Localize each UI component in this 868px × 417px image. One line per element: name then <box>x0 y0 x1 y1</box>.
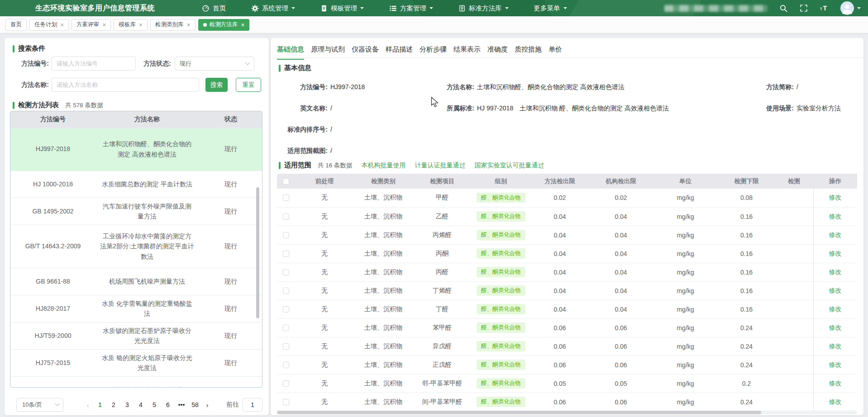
row-checkbox[interactable] <box>283 213 289 220</box>
tab-2[interactable]: 方案评审× <box>72 19 111 31</box>
close-icon[interactable]: × <box>241 22 244 28</box>
user-avatar[interactable] <box>840 1 861 15</box>
detail-tab-原理与试剂[interactable]: 原理与试剂 <box>311 45 345 60</box>
tab-1[interactable]: 任务计划× <box>29 19 69 31</box>
scope-row[interactable]: 无土壤、沉积物正戊醛醛、酮类化合物0.060.06mg/kg0.24修改 <box>277 355 857 374</box>
page-number[interactable]: 5 <box>149 401 160 408</box>
prev-page-button[interactable]: ‹ <box>82 401 93 409</box>
detail-tab-质控措施[interactable]: 质控措施 <box>515 45 542 60</box>
list-scrollbar-thumb[interactable] <box>256 187 259 318</box>
close-icon[interactable]: × <box>102 22 106 28</box>
scope-row[interactable]: 无土壤、沉积物苯甲醛醛、酮类化合物0.060.06mg/kg0.24修改 <box>277 318 857 337</box>
nav-menu-system[interactable]: 系统管理 <box>251 4 295 13</box>
edit-link[interactable]: 修改 <box>829 250 842 257</box>
detail-tab-结果表示[interactable]: 结果表示 <box>453 45 481 60</box>
row-checkbox[interactable] <box>283 194 289 201</box>
detail-tab-准确度[interactable]: 准确度 <box>487 45 508 60</box>
nav-menu-standard[interactable]: 标准方法库 <box>458 4 509 13</box>
tab-4[interactable]: 检测类别库× <box>150 19 196 31</box>
row-checkbox[interactable] <box>283 325 289 331</box>
scope-batch-link[interactable]: 计量认证批量通过 <box>415 161 466 170</box>
method-status-select[interactable]: 现行 <box>175 57 254 71</box>
method-row[interactable]: GB/T 14643.2-2009工业循环冷却水中菌藻的测定方法第2部分:土壤菌… <box>10 225 262 268</box>
row-checkbox[interactable] <box>283 380 289 387</box>
select-all-checkbox[interactable] <box>283 178 289 185</box>
tab-5[interactable]: 检测方法库× <box>198 19 250 31</box>
method-row[interactable]: 酸性土壤铵态氮有效磷速 <box>10 376 262 388</box>
method-row[interactable]: GB 1495-2002汽车加速行驶车外噪声限值及测量方法现行 <box>10 198 262 225</box>
fullscreen-icon[interactable] <box>800 4 808 12</box>
scope-row[interactable]: 无土壤、沉积物丙酮醛、酮类化合物0.040.04mg/kg0.16修改 <box>277 244 857 263</box>
edit-link[interactable]: 修改 <box>829 213 842 220</box>
page-number[interactable]: 1 <box>95 401 105 408</box>
nav-menu-home[interactable]: 首页 <box>202 4 226 13</box>
more-pages-icon[interactable]: ••• <box>176 401 187 408</box>
search-button[interactable]: 搜索 <box>205 78 228 92</box>
method-code-input[interactable] <box>52 57 136 71</box>
nav-menu-plan[interactable]: 方案管理 <box>389 4 433 13</box>
row-checkbox[interactable] <box>283 232 289 238</box>
scope-batch-link[interactable]: 本机构批量使用 <box>362 161 406 170</box>
scope-row[interactable]: 无土壤、沉积物丙烯醛醛、酮类化合物0.040.04mg/kg0.16修改 <box>277 226 857 244</box>
detail-tab-分析步骤[interactable]: 分析步骤 <box>420 45 447 60</box>
font-size-icon[interactable]: TT <box>820 4 830 12</box>
detail-tab-仪器设备[interactable]: 仪器设备 <box>352 45 379 60</box>
edit-link[interactable]: 修改 <box>829 379 842 387</box>
detail-tab-样品描述[interactable]: 样品描述 <box>386 45 413 60</box>
scope-row[interactable]: 无土壤、沉积物邻-甲基苯甲醛醛、酮类化合物0.050.05mg/kg0.2修改 <box>277 374 857 393</box>
method-row[interactable]: HJ 1000-2018水质细菌总数的测定 平血计数法现行 <box>10 171 262 198</box>
page-size-select[interactable]: 10条/页 <box>16 398 63 412</box>
row-checkbox[interactable] <box>283 288 289 294</box>
page-number[interactable]: 3 <box>122 401 133 408</box>
close-icon[interactable]: × <box>60 22 64 28</box>
nav-menu-more[interactable]: 更多菜单 <box>534 4 567 13</box>
scope-row[interactable]: 无土壤、沉积物乙醛醛、酮类化合物0.040.04mg/kg0.16修改 <box>277 207 857 226</box>
row-checkbox[interactable] <box>283 362 289 368</box>
detail-tab-单价[interactable]: 单价 <box>548 45 562 60</box>
edit-link[interactable]: 修改 <box>829 361 842 368</box>
tab-3[interactable]: 模板库× <box>114 19 148 31</box>
method-row[interactable]: HJ757-2015水质 铬的测定火焰原子吸收分光光度法现行 <box>10 349 262 376</box>
search-icon[interactable] <box>779 4 788 13</box>
close-icon[interactable]: × <box>187 22 191 28</box>
method-row[interactable]: HJ/T59-2000水质铍的测定石墨炉原子吸收分光光度法现行 <box>10 322 262 349</box>
scope-batch-link[interactable]: 国家实验室认可批量通过 <box>475 161 544 170</box>
reset-button[interactable]: 重置 <box>236 78 261 92</box>
method-row[interactable]: HJ828-2017水质 化学需氧量的测定重铬酸盐法现行 <box>10 295 262 322</box>
scope-row[interactable]: 无土壤、沉积物丙醛醛、酮类化合物0.040.04mg/kg0.16修改 <box>277 263 857 281</box>
page-number[interactable]: 58 <box>190 401 200 408</box>
method-name-input[interactable] <box>52 78 199 92</box>
row-checkbox[interactable] <box>283 251 289 257</box>
basic-field-label: 所属标准: <box>443 104 474 113</box>
row-checkbox[interactable] <box>283 399 289 405</box>
page-number[interactable]: 6 <box>162 401 173 408</box>
method-row[interactable]: GB 9661-88机场周围飞机噪声测量方法现行 <box>10 268 262 295</box>
edit-link[interactable]: 修改 <box>829 194 842 201</box>
scope-row[interactable]: 无土壤、沉积物丁醛醛、酮类化合物0.040.04mg/kg0.16修改 <box>277 300 857 318</box>
edit-link[interactable]: 修改 <box>829 231 842 238</box>
edit-link[interactable]: 修改 <box>829 342 842 350</box>
scope-row[interactable]: 无土壤、沉积物丁烯醛醛、酮类化合物0.040.04mg/kg0.16修改 <box>277 281 857 300</box>
scope-h-scrollbar[interactable] <box>277 411 857 414</box>
detail-tab-基础信息[interactable]: 基础信息 <box>277 45 304 60</box>
close-icon[interactable]: × <box>139 22 143 28</box>
scope-h-scrollbar-thumb[interactable] <box>277 411 761 414</box>
edit-link[interactable]: 修改 <box>829 398 842 405</box>
nav-menu-template[interactable]: 模板管理 <box>320 4 364 13</box>
edit-link[interactable]: 修改 <box>829 305 842 313</box>
page-number[interactable]: 2 <box>108 401 119 408</box>
scope-row[interactable]: 无土壤、沉积物异戊醛醛、酮类化合物0.060.06mg/kg0.24修改 <box>277 337 857 355</box>
next-page-button[interactable]: › <box>202 401 213 409</box>
row-checkbox[interactable] <box>283 269 289 275</box>
row-checkbox[interactable] <box>283 306 289 313</box>
method-row[interactable]: HJ997-2018土壤和沉积物醛、酮类化合物的测定 高效液相色谱法现行 <box>10 128 262 171</box>
page-number[interactable]: 4 <box>135 401 146 408</box>
scope-row[interactable]: 无土壤、沉积物间-甲基苯甲醛醛、酮类化合物0.060.06mg/kg0.24修改 <box>277 393 857 411</box>
goto-page-input[interactable] <box>243 398 262 412</box>
edit-link[interactable]: 修改 <box>829 268 842 275</box>
tab-0[interactable]: 首页 <box>5 19 27 31</box>
edit-link[interactable]: 修改 <box>829 324 842 331</box>
row-checkbox[interactable] <box>283 343 289 350</box>
scope-row[interactable]: 无土壤、沉积物甲醛醛、酮类化合物0.020.02mg/kg0.08修改 <box>277 189 857 207</box>
edit-link[interactable]: 修改 <box>829 287 842 294</box>
